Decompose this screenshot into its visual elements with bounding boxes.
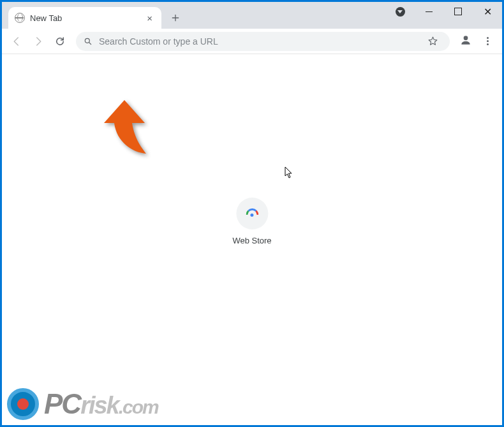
shortcut-web-store[interactable]: Web Store [232, 198, 271, 245]
browser-menu-button[interactable] [478, 32, 497, 51]
new-tab-button[interactable] [167, 9, 184, 27]
tab-strip: New Tab × ✕ [2, 2, 502, 29]
shortcut-tile [236, 198, 268, 229]
watermark-badge-icon [7, 388, 39, 420]
toolbar [2, 29, 502, 54]
star-icon [427, 36, 438, 47]
watermark: PCrisk.com [7, 388, 158, 420]
nav-reload-button[interactable] [50, 32, 70, 51]
browser-window: New Tab × ✕ [2, 2, 502, 425]
shortcut-label: Web Store [232, 236, 271, 245]
reload-icon [54, 36, 66, 47]
globe-icon [15, 13, 25, 23]
bookmark-button[interactable] [423, 32, 442, 51]
window-minimize-button[interactable] [414, 2, 443, 21]
watermark-text: PCrisk.com [44, 388, 158, 420]
window-frame: New Tab × ✕ [0, 0, 504, 427]
browser-tab[interactable]: New Tab × [8, 7, 161, 29]
nav-back-button[interactable] [7, 32, 26, 51]
address-bar[interactable] [76, 32, 450, 51]
kebab-menu-icon [487, 37, 489, 45]
arrow-right-icon [33, 36, 44, 47]
arrow-left-icon [11, 36, 22, 47]
web-store-icon [246, 207, 258, 220]
profile-icon [459, 34, 472, 49]
extension-shield-button[interactable] [386, 2, 414, 21]
tab-title: New Tab [30, 13, 139, 23]
address-input[interactable] [99, 36, 417, 47]
plus-icon [170, 13, 181, 23]
svg-point-0 [85, 38, 89, 43]
nav-forward-button[interactable] [29, 32, 48, 51]
window-maximize-button[interactable] [443, 2, 473, 21]
window-controls: ✕ [386, 2, 502, 21]
shield-icon [396, 7, 405, 17]
search-icon [84, 37, 93, 46]
annotation-arrow-icon [99, 100, 150, 156]
profile-button[interactable] [456, 32, 475, 51]
window-close-button[interactable]: ✕ [473, 2, 502, 21]
cursor-icon [285, 166, 293, 179]
close-tab-icon[interactable]: × [144, 11, 155, 25]
svg-point-1 [464, 36, 468, 40]
new-tab-content: Web Store PCrisk.com [2, 54, 502, 425]
